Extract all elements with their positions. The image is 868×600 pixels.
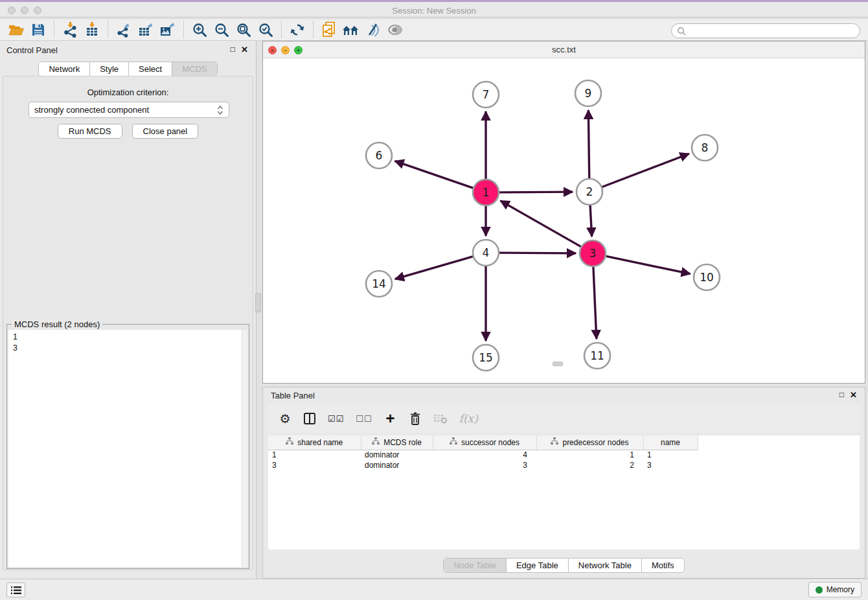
import-table-icon[interactable] <box>81 20 103 40</box>
new-network-icon[interactable] <box>318 20 340 40</box>
graph-node-label-8: 8 <box>702 141 709 154</box>
close-panel-button[interactable]: Close panel <box>132 124 199 139</box>
graph-node-label-15: 15 <box>479 351 493 364</box>
network-window-title: scc.txt <box>263 45 865 54</box>
import-network-icon[interactable] <box>59 20 81 40</box>
zoom-fit-icon[interactable] <box>233 20 255 40</box>
graph-edge-1-2[interactable] <box>499 192 573 192</box>
zoom-selected-icon[interactable] <box>255 20 277 40</box>
search-box[interactable] <box>671 23 860 38</box>
toolbar-separator <box>281 21 282 38</box>
table-cell[interactable]: dominator <box>361 460 433 470</box>
table-cell[interactable]: 3 <box>643 460 698 470</box>
column-header-successor-nodes[interactable]: successor nodes <box>433 435 536 450</box>
tab-mcds[interactable]: MCDS <box>172 62 216 76</box>
graph-edge-1-6[interactable] <box>395 161 474 188</box>
control-panel-tabbar: NetworkStyleSelectMCDS <box>38 62 217 76</box>
select-all-icon[interactable]: ☑☑ <box>328 414 344 424</box>
network-view-window: × − + scc.txt 7968124314101511 <box>262 41 865 384</box>
export-network-icon[interactable] <box>113 20 135 40</box>
table-cell[interactable]: 1 <box>536 450 643 460</box>
add-row-icon[interactable]: + <box>384 412 397 425</box>
graph-node-label-6: 6 <box>376 149 383 162</box>
memory-status-icon <box>816 586 823 594</box>
status-bar: Memory <box>0 579 868 600</box>
export-image-icon[interactable] <box>157 20 179 40</box>
hide-graphics-icon[interactable] <box>362 20 384 40</box>
table-close-icon[interactable]: ✕ <box>850 390 857 400</box>
graph-node-label-9: 9 <box>585 87 592 100</box>
tab-network[interactable]: Network <box>39 62 89 76</box>
tab-motifs[interactable]: Motifs <box>641 559 684 572</box>
column-header-predecessor-nodes[interactable]: predecessor nodes <box>536 435 643 450</box>
graph-edge-4-3[interactable] <box>499 253 576 253</box>
optimization-criterion-dropdown[interactable]: strongly connected component <box>29 102 229 118</box>
table-tabbar: Node TableEdge TableNetwork TableMotifs <box>443 558 684 573</box>
graph-edge-4-14[interactable] <box>395 257 473 279</box>
memory-label: Memory <box>827 585 854 594</box>
search-icon <box>677 27 686 36</box>
node-table-grid[interactable]: shared nameMCDS rolesuccessor nodesprede… <box>268 435 698 470</box>
tab-node-table[interactable]: Node Table <box>444 559 506 572</box>
table-cell[interactable]: 3 <box>433 460 536 470</box>
gear-icon[interactable]: ⚙ <box>279 411 291 426</box>
column-edit-icon[interactable] <box>303 412 316 425</box>
dropdown-value: strongly connected component <box>34 105 217 115</box>
table-row[interactable]: 1dominator411 <box>268 450 698 460</box>
column-header-name[interactable]: name <box>643 435 698 450</box>
session-title: Session: New Session <box>0 6 868 16</box>
graph-edge-2-8[interactable] <box>602 154 689 187</box>
tree-icon <box>450 437 457 447</box>
table-cell[interactable]: 3 <box>268 460 361 470</box>
table-panel-title: Table Panel <box>271 391 315 400</box>
graph-edge-3-11[interactable] <box>593 267 597 339</box>
table-cell[interactable]: 4 <box>433 450 536 460</box>
horizontal-splitter-handle[interactable] <box>553 362 563 366</box>
toolbar-separator <box>108 21 108 38</box>
save-session-icon[interactable] <box>27 20 49 40</box>
table-cell[interactable]: dominator <box>361 450 433 460</box>
mcds-result-box[interactable]: 1 3 <box>8 330 247 567</box>
main-titlebar: Session: New Session <box>0 0 868 17</box>
search-input[interactable] <box>686 25 860 37</box>
first-neighbors-icon[interactable] <box>340 20 362 40</box>
network-canvas[interactable]: 7968124314101511 <box>263 58 865 383</box>
table-float-icon[interactable]: □ <box>839 390 844 399</box>
toolbar-separator <box>313 21 314 38</box>
toolbar-separator <box>54 21 54 38</box>
result-scrollbar[interactable] <box>242 330 247 567</box>
tab-network-table[interactable]: Network Table <box>568 559 641 572</box>
tab-edge-table[interactable]: Edge Table <box>506 559 568 572</box>
table-cell[interactable]: 1 <box>643 450 698 460</box>
table-cell[interactable]: 2 <box>536 460 643 470</box>
show-panels-button[interactable] <box>6 583 25 597</box>
graph-edge-3-1[interactable] <box>501 201 581 247</box>
control-panel: Control Panel □ ✕ NetworkStyleSelectMCDS… <box>0 41 257 579</box>
zoom-in-icon[interactable] <box>188 20 211 40</box>
memory-button[interactable]: Memory <box>808 582 862 597</box>
column-header-shared-name[interactable]: shared name <box>268 435 361 450</box>
float-panel-icon[interactable]: □ <box>231 45 235 54</box>
graph-edge-2-9[interactable] <box>588 110 589 178</box>
deselect-all-icon[interactable]: ☐☐ <box>356 414 372 424</box>
tab-select[interactable]: Select <box>128 62 172 76</box>
refresh-icon[interactable] <box>286 20 308 40</box>
table-cell[interactable]: 1 <box>268 450 361 460</box>
vertical-splitter-handle[interactable] <box>255 293 261 312</box>
zoom-out-icon[interactable] <box>211 20 233 40</box>
table-row[interactable]: 3dominator323 <box>268 460 698 470</box>
graph-edge-3-10[interactable] <box>606 256 691 273</box>
show-graphics-icon[interactable] <box>384 20 406 40</box>
run-mcds-button[interactable]: Run MCDS <box>58 124 122 139</box>
tree-icon <box>372 437 380 447</box>
open-file-icon[interactable] <box>5 20 27 40</box>
toolbar-separator <box>183 21 184 38</box>
graph-node-label-14: 14 <box>372 277 386 290</box>
tab-style[interactable]: Style <box>89 62 128 76</box>
close-panel-icon[interactable]: ✕ <box>241 45 248 54</box>
delete-row-icon[interactable] <box>409 411 422 426</box>
export-table-icon[interactable] <box>135 20 157 40</box>
graph-edge-2-3[interactable] <box>590 205 592 237</box>
dropdown-stepper-icon <box>217 105 223 115</box>
column-header-MCDS-role[interactable]: MCDS role <box>361 435 433 450</box>
